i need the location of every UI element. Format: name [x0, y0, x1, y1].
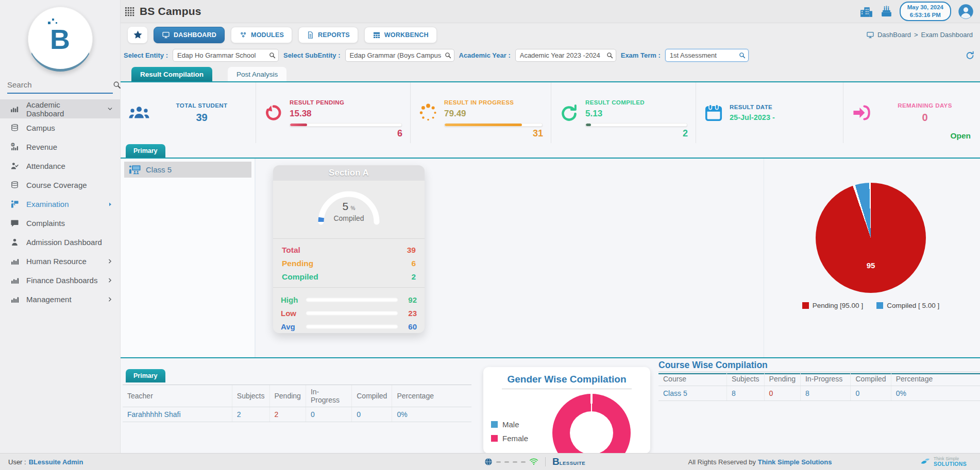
section-summary: Total 39 Pending 6 Compiled 2 — [273, 239, 425, 287]
undo-arrow-icon — [264, 103, 283, 122]
tab-modules[interactable]: MODULES — [231, 27, 292, 43]
bar-label: Avg — [281, 322, 301, 331]
user-avatar[interactable] — [958, 4, 974, 20]
row-label: Compiled — [282, 270, 318, 284]
search-icon[interactable] — [445, 52, 451, 59]
sidebar-item-complaints[interactable]: Complaints — [0, 214, 120, 233]
column-header[interactable]: Subjects — [232, 385, 269, 407]
legend-male[interactable]: Male — [491, 420, 528, 429]
column-header[interactable]: Course — [658, 372, 726, 386]
books-icon — [9, 181, 20, 189]
subentity-input[interactable] — [345, 49, 454, 62]
sidebar-item-finance-dashboards[interactable]: Finance Dashboards — [0, 271, 120, 290]
column-header[interactable]: Compiled — [352, 385, 392, 407]
tab-post-analysis[interactable]: Post Analysis — [228, 67, 286, 81]
sidebar-item-label: Revenue — [26, 143, 57, 151]
column-header[interactable]: In-Progress — [306, 385, 351, 407]
sidebar-item-human-resource[interactable]: Human Resource — [0, 252, 120, 271]
pie[interactable]: 95 — [816, 183, 926, 293]
column-header[interactable]: Pending — [269, 385, 306, 407]
content-area: Class 5 Section A 5 % Compiled Total 3 — [121, 159, 980, 357]
sidebar-item-attendance[interactable]: Attendance — [0, 156, 120, 176]
sidebar-item-label: Academic Dashboard — [26, 100, 100, 118]
table-row[interactable]: Class 5 8 0 8 0 0% — [658, 386, 980, 401]
exam-term-input[interactable] — [665, 49, 749, 62]
column-header[interactable]: Teacher — [123, 385, 232, 407]
sidebar-item-revenue[interactable]: $ Revenue — [0, 137, 120, 156]
stat-percent: 5.13 — [585, 109, 687, 119]
gender-donut-chart[interactable] — [552, 394, 631, 454]
legend-label: Pending [95.00 ] — [813, 302, 863, 309]
rights-company[interactable]: Think Simple Solutions — [758, 458, 832, 466]
column-header[interactable]: Percentage — [392, 385, 471, 407]
search-icon[interactable] — [113, 81, 121, 89]
sidebar-item-academic-dashboard[interactable]: Academic Dashboard — [0, 99, 120, 118]
tab-workbench[interactable]: WORKBENCH — [364, 27, 437, 43]
legend-female[interactable]: Female — [491, 434, 528, 443]
bar-track — [306, 311, 398, 316]
stat-result-date: RESULT DATE 25-Jul-2023 - — [696, 82, 843, 143]
column-header[interactable]: Pending — [764, 372, 800, 386]
sidebar-item-examination[interactable]: Examination — [0, 195, 120, 214]
entity-label: Select Entity : — [124, 51, 168, 59]
column-header[interactable]: In-Progress — [800, 372, 851, 386]
summary-row-pending: Pending 6 — [282, 257, 416, 270]
stat-label: RESULT IN PROGRESS — [444, 99, 543, 106]
column-header[interactable]: Subjects — [726, 372, 764, 386]
blessuite-logo[interactable]: B — [28, 7, 93, 72]
legend-compiled[interactable]: Compiled [ 5.00 ] — [876, 302, 939, 309]
gender-legend: Male Female — [491, 420, 528, 448]
column-header[interactable]: Compiled — [851, 372, 891, 386]
stat-label: TOTAL STUDENT — [156, 102, 247, 109]
teacher-table: Teacher Subjects Pending In-Progress Com… — [123, 385, 471, 422]
campus-building-icon[interactable] — [859, 5, 873, 18]
search-icon[interactable] — [606, 52, 613, 59]
academic-year-input[interactable] — [515, 49, 616, 62]
breadcrumb-root[interactable]: DashBoard — [877, 31, 911, 39]
entity-input[interactable] — [173, 49, 279, 62]
search-input[interactable] — [7, 80, 110, 89]
table-header-row: Course Subjects Pending In-Progress Comp… — [658, 372, 980, 386]
chevron-right-icon — [107, 296, 113, 303]
class-item-label: Class 5 — [146, 165, 172, 174]
bar-chart-icon — [9, 276, 20, 285]
sidebar-item-course-coverage[interactable]: Course Coverage — [0, 176, 120, 195]
sidebar: B Academic Dashboard Campus $ Revenue At… — [0, 0, 121, 453]
sidebar-item-campus[interactable]: Campus — [0, 118, 120, 137]
search-icon[interactable] — [269, 52, 276, 59]
progress-track — [585, 123, 687, 127]
legend-label: Female — [502, 434, 528, 443]
bar-value: 60 — [402, 322, 417, 331]
brand-rest: LESSUITE — [560, 460, 585, 466]
favorites-button[interactable] — [128, 27, 147, 43]
person-icon — [9, 238, 20, 247]
birthday-cake-icon[interactable] — [880, 5, 893, 18]
search-icon[interactable] — [739, 52, 746, 59]
column-header[interactable]: Percentage — [891, 372, 980, 386]
class-list-item-class5[interactable]: Class 5 — [124, 162, 251, 178]
cell-teacher: Farahhhhh Shafi — [123, 407, 232, 422]
sidebar-item-label: Management — [26, 295, 72, 304]
app-grid-icon[interactable] — [125, 7, 134, 16]
tab-primary[interactable]: Primary — [126, 144, 165, 158]
cell-percentage: 0% — [891, 386, 980, 401]
grid-table-icon — [373, 31, 381, 39]
gauge-unit: % — [351, 205, 356, 211]
sidebar-item-admission-dashboard[interactable]: Admission Dashboard — [0, 233, 120, 252]
progress-fill — [445, 124, 522, 126]
refresh-icon[interactable] — [965, 50, 975, 60]
tab-reports[interactable]: REPORTS — [298, 27, 358, 43]
logo-dot — [56, 22, 57, 24]
result-pie-chart: 95 Pending [95.00 ] Compiled [ 5.00 ] — [793, 183, 948, 309]
stat-count: 6 — [397, 128, 402, 139]
wifi-icon — [529, 458, 538, 466]
stat-count: 31 — [533, 128, 543, 139]
sidebar-item-label: Finance Dashboards — [26, 276, 97, 285]
globe-icon[interactable] — [484, 458, 493, 466]
sidebar-item-management[interactable]: Management — [0, 290, 120, 309]
legend-pending[interactable]: Pending [95.00 ] — [802, 302, 863, 309]
tab-result-compilation[interactable]: Result Compilation — [131, 67, 212, 81]
tab-primary-bottom[interactable]: Primary — [126, 369, 165, 382]
table-row[interactable]: Farahhhhh Shafi 2 2 0 0 0% — [123, 407, 471, 422]
tab-dashboard[interactable]: DASHBOARD — [154, 27, 225, 43]
